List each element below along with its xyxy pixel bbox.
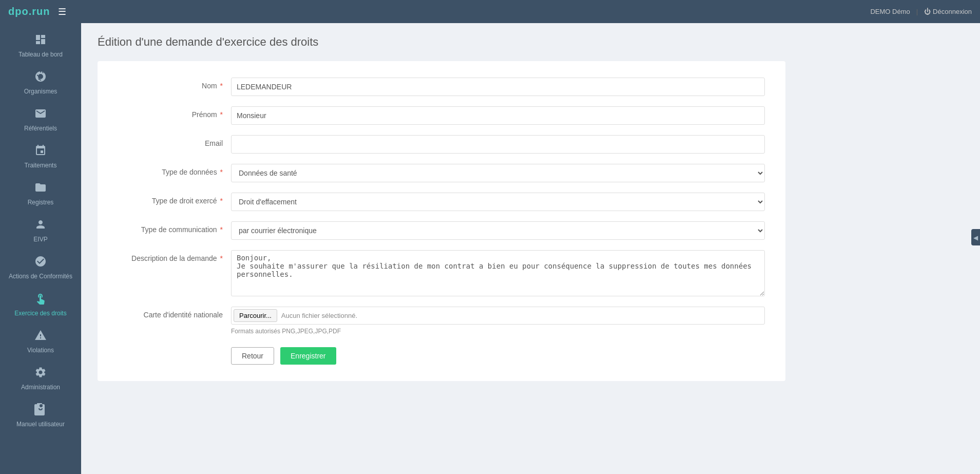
sidebar-label-eivp: EIVP	[33, 236, 47, 243]
file-input-row: Parcourir... Aucun fichier sélectionné.	[231, 307, 765, 325]
sidebar-item-manuel[interactable]: Manuel utilisateur	[0, 397, 81, 434]
main-content: Édition d'une demande d'exercice des dro…	[81, 23, 980, 474]
organismes-icon	[34, 70, 47, 86]
prenom-required-marker: *	[218, 110, 223, 119]
logo-suffix: .run	[29, 6, 50, 17]
type-communication-select[interactable]: par courrier électronique	[231, 221, 765, 240]
sidebar-label-exercice: Exercice des droits	[14, 310, 66, 317]
sidebar-item-exercice-droits[interactable]: Exercice des droits	[0, 286, 81, 323]
page-title: Édition d'une demande d'exercice des dro…	[98, 35, 964, 49]
form-row-type-communication: Type de communication * par courrier éle…	[118, 221, 765, 240]
traitements-icon	[34, 144, 47, 160]
retour-button[interactable]: Retour	[231, 347, 274, 365]
type-communication-label: Type de communication *	[118, 221, 231, 234]
sidebar-item-eivp[interactable]: EIVP	[0, 212, 81, 249]
prenom-label: Prénom *	[118, 106, 231, 119]
sidebar-label-administration: Administration	[21, 384, 60, 391]
form-row-type-donnees: Type de données * Données de santé	[118, 164, 765, 182]
sidebar-item-traitements[interactable]: Traitements	[0, 138, 81, 175]
nom-input[interactable]	[231, 78, 765, 96]
description-textarea[interactable]: Bonjour, Je souhaite m'assurer que la ré…	[231, 250, 765, 296]
sidebar-label-organismes: Organismes	[24, 88, 57, 95]
sidebar-item-actions-conformites[interactable]: Actions de Conformités	[0, 249, 81, 286]
topbar-user: DEMO Démo	[870, 8, 910, 15]
sidebar-label-registres: Registres	[28, 199, 54, 206]
nom-label: Nom *	[118, 78, 231, 90]
manuel-icon	[34, 403, 47, 419]
topbar-left: dpo.run ☰	[8, 6, 66, 17]
logout-label: Déconnexion	[933, 8, 972, 15]
type-droit-required-marker: *	[218, 197, 223, 205]
topbar-right: DEMO Démo | ⏻ Déconnexion	[870, 8, 972, 15]
topbar: dpo.run ☰ DEMO Démo | ⏻ Déconnexion	[0, 0, 980, 23]
sidebar-label-violations: Violations	[27, 347, 54, 354]
exercice-icon	[34, 292, 47, 308]
logout-button[interactable]: ⏻ Déconnexion	[924, 8, 972, 15]
email-input[interactable]	[231, 135, 765, 154]
form-row-type-droit: Type de droit exercé * Droit d'effacemen…	[118, 193, 765, 211]
sidebar-label-traitements: Traitements	[25, 162, 57, 169]
logo: dpo.run	[8, 6, 50, 17]
sidebar-item-tableau-de-bord[interactable]: Tableau de bord	[0, 27, 81, 64]
form-row-carte: Carte d'identité nationale Parcourir... …	[118, 307, 765, 335]
eivp-icon	[34, 218, 47, 234]
sidebar-label-referentiels: Référentiels	[24, 125, 57, 132]
description-label: Description de la demande *	[118, 250, 231, 262]
enregistrer-button[interactable]: Enregistrer	[280, 347, 336, 365]
carte-label: Carte d'identité nationale	[118, 307, 231, 319]
sidebar-item-administration[interactable]: Administration	[0, 360, 81, 397]
sidebar-label-tableau: Tableau de bord	[18, 51, 63, 58]
actions-icon	[34, 255, 47, 271]
referentiels-icon	[34, 107, 47, 123]
description-required-marker: *	[218, 254, 223, 262]
form-row-prenom: Prénom *	[118, 106, 765, 125]
sidebar-label-actions: Actions de Conformités	[9, 273, 72, 280]
file-hint: Formats autorisés PNG,JPEG,JPG,PDF	[231, 328, 341, 335]
file-name-display: Aucun fichier sélectionné.	[281, 312, 357, 319]
type-droit-label: Type de droit exercé *	[118, 193, 231, 205]
registres-icon	[34, 181, 47, 197]
hamburger-button[interactable]: ☰	[58, 6, 66, 17]
form-actions: Retour Enregistrer	[118, 347, 765, 365]
type-droit-select[interactable]: Droit d'effacement	[231, 193, 765, 211]
browse-button[interactable]: Parcourir...	[234, 309, 277, 322]
file-input-wrapper: Parcourir... Aucun fichier sélectionné. …	[231, 307, 765, 335]
sidebar: Tableau de bord Organismes Référentiels …	[0, 23, 81, 474]
layout: Tableau de bord Organismes Référentiels …	[0, 23, 980, 474]
violations-icon	[34, 329, 47, 345]
administration-icon	[34, 366, 47, 382]
form-card: Nom * Prénom * Email Ty	[98, 61, 785, 381]
email-label: Email	[118, 135, 231, 147]
logo-text: dpo	[8, 6, 29, 17]
form-row-description: Description de la demande * Bonjour, Je …	[118, 250, 765, 296]
nom-required-marker: *	[218, 82, 223, 90]
sidebar-item-referentiels[interactable]: Référentiels	[0, 101, 81, 138]
prenom-input[interactable]	[231, 106, 765, 125]
form-row-nom: Nom *	[118, 78, 765, 96]
logout-icon: ⏻	[924, 8, 931, 15]
sidebar-label-manuel: Manuel utilisateur	[16, 421, 65, 428]
sidebar-item-organismes[interactable]: Organismes	[0, 64, 81, 101]
sidebar-item-violations[interactable]: Violations	[0, 323, 81, 360]
form-row-email: Email	[118, 135, 765, 154]
type-donnees-label: Type de données *	[118, 164, 231, 176]
type-communication-required-marker: *	[218, 225, 223, 234]
type-donnees-select[interactable]: Données de santé	[231, 164, 765, 182]
sidebar-item-registres[interactable]: Registres	[0, 175, 81, 212]
type-donnees-required-marker: *	[218, 168, 223, 176]
dashboard-icon	[34, 33, 47, 49]
